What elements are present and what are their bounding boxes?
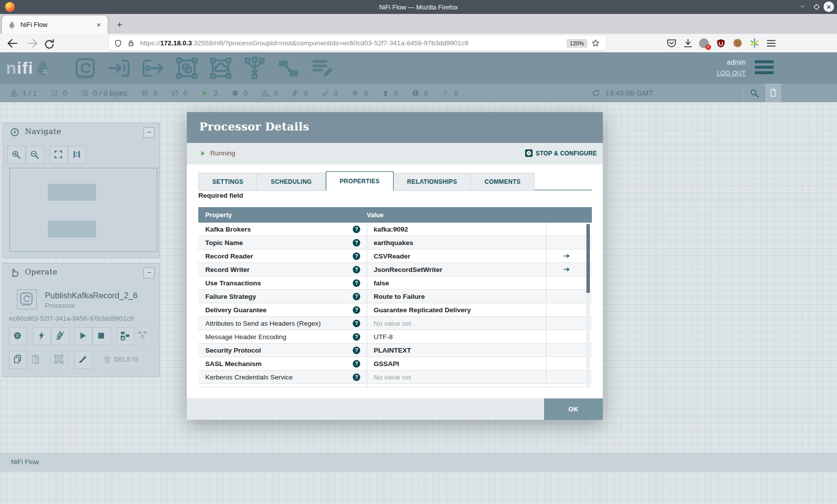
breadcrumb[interactable]: NiFi Flow	[11, 458, 39, 466]
upload-template-button[interactable]	[134, 327, 152, 345]
stop-and-configure-button[interactable]: STOP & CONFIGURE	[525, 149, 597, 157]
zoom-fit-button[interactable]	[50, 146, 68, 164]
output-port-tool-icon[interactable]	[141, 57, 164, 80]
tab-scheduling[interactable]: SCHEDULING	[257, 173, 325, 191]
group-button[interactable]	[50, 351, 68, 369]
browser-menu-icon[interactable]	[766, 38, 777, 49]
property-value[interactable]: false	[367, 276, 546, 289]
logout-link[interactable]: LOG OUT	[688, 70, 746, 77]
template-tool-icon[interactable]	[277, 57, 300, 80]
property-value[interactable]: Route to Failure	[367, 290, 546, 303]
window-maximize-icon[interactable]	[813, 3, 820, 10]
zoom-out-button[interactable]	[26, 146, 44, 164]
property-row[interactable]: Failure Strategy?Route to Failure	[198, 290, 592, 303]
property-value[interactable]: earthquakes	[367, 236, 546, 249]
new-tab-button[interactable]: +	[114, 19, 126, 31]
table-scrollbar[interactable]	[586, 223, 590, 387]
forward-button[interactable]	[26, 37, 39, 50]
help-icon[interactable]: ?	[353, 333, 360, 341]
window-minimize-icon[interactable]	[799, 4, 806, 9]
help-icon[interactable]: ?	[353, 239, 360, 247]
property-value[interactable]: No value set	[367, 371, 546, 383]
help-icon[interactable]: ?	[353, 360, 360, 368]
help-icon[interactable]: ?	[353, 279, 360, 287]
zoom-in-button[interactable]	[7, 146, 25, 164]
save-template-button[interactable]	[117, 327, 135, 345]
back-button[interactable]	[6, 37, 19, 50]
url-text[interactable]: https://172.18.0.3:32558/nifi/?processGr…	[140, 39, 566, 47]
property-row[interactable]: Message Header Encoding?UTF-8	[198, 330, 592, 344]
property-row[interactable]: Kerberos Service Name?No value set	[198, 384, 592, 387]
process-group-tool-icon[interactable]	[175, 57, 198, 80]
refresh-icon[interactable]	[592, 89, 600, 97]
help-icon[interactable]: ?	[353, 320, 360, 327]
help-icon[interactable]: ?	[353, 347, 360, 354]
property-row[interactable]: Security Protocol?PLAINTEXT	[198, 344, 592, 357]
tab-relationships[interactable]: RELATIONSHIPS	[394, 173, 471, 191]
lock-warning-icon[interactable]	[127, 39, 135, 47]
ok-button[interactable]: OK	[544, 398, 603, 420]
bookmark-star-icon[interactable]	[591, 39, 600, 47]
zoom-level-badge[interactable]: 120%	[566, 39, 587, 48]
extension-asterisk-icon[interactable]	[749, 38, 760, 48]
tab-comments[interactable]: COMMENTS	[471, 173, 534, 191]
reload-button[interactable]	[42, 37, 57, 52]
label-tool-icon[interactable]	[311, 57, 334, 80]
property-row[interactable]: Kafka Brokers?kafka:9092	[198, 223, 592, 236]
help-icon[interactable]: ?	[353, 374, 360, 381]
zoom-actual-button[interactable]	[68, 146, 86, 164]
scrollbar-thumb[interactable]	[586, 224, 590, 293]
window-close-icon[interactable]: ×	[824, 1, 834, 12]
cookie-extension-icon[interactable]	[732, 38, 743, 48]
processor-tool-icon[interactable]	[74, 57, 97, 80]
collapse-operate-icon[interactable]: −	[143, 267, 154, 278]
disable-button[interactable]	[51, 327, 69, 345]
property-row[interactable]: Record Writer?JsonRecordSetWriter	[198, 263, 592, 276]
property-row[interactable]: Delivery Guarantee?Guarantee Replicated …	[198, 303, 592, 317]
delete-button[interactable]: DELETE	[99, 351, 142, 369]
enable-button[interactable]	[33, 327, 51, 345]
copy-button[interactable]	[9, 351, 27, 369]
tracking-shield-icon[interactable]	[114, 39, 122, 47]
help-icon[interactable]: ?	[353, 252, 360, 260]
remote-process-group-tool-icon[interactable]	[209, 57, 232, 80]
property-value[interactable]: No value set	[367, 317, 546, 330]
property-value[interactable]: GSSAPI	[367, 357, 546, 370]
property-value[interactable]: CSVReader	[367, 250, 546, 262]
funnel-tool-icon[interactable]	[243, 57, 266, 80]
go-to-service-icon[interactable]	[561, 252, 571, 259]
help-icon[interactable]: ?	[353, 266, 360, 273]
start-button[interactable]	[74, 327, 92, 345]
property-row[interactable]: SASL Mechanism?GSSAPI	[198, 357, 592, 371]
property-value[interactable]: UTF-8	[367, 330, 546, 343]
search-icon[interactable]	[749, 88, 759, 98]
paste-button[interactable]	[27, 351, 45, 369]
global-menu-icon[interactable]	[755, 60, 774, 74]
configure-button[interactable]	[9, 327, 27, 345]
collapse-navigate-icon[interactable]: −	[143, 127, 154, 138]
birdseye-minimap[interactable]	[9, 168, 157, 252]
ublock-extension-icon[interactable]	[716, 38, 726, 48]
birdseye-toggle-button[interactable]	[765, 84, 781, 102]
property-row[interactable]: Kerberos Credentials Service?No value se…	[198, 371, 592, 384]
property-row[interactable]: Topic Name?earthquakes	[198, 236, 592, 250]
property-row[interactable]: Record Reader?CSVReader	[198, 250, 592, 263]
tab-settings[interactable]: SETTINGS	[198, 173, 257, 191]
help-icon[interactable]: ?	[353, 387, 360, 388]
property-value[interactable]: JsonRecordSetWriter	[367, 263, 546, 276]
property-row[interactable]: Use Transactions?false	[198, 276, 592, 290]
help-icon[interactable]: ?	[353, 306, 360, 314]
property-value[interactable]: PLAINTEXT	[367, 344, 546, 357]
browser-tab[interactable]: NiFi Flow ×	[2, 15, 108, 34]
property-value[interactable]: No value set	[367, 384, 546, 387]
input-port-tool-icon[interactable]	[108, 57, 131, 80]
property-row[interactable]: Attributes to Send as Headers (Regex)?No…	[198, 317, 592, 330]
pocket-icon[interactable]	[666, 38, 677, 49]
help-icon[interactable]: ?	[353, 226, 360, 233]
tab-close-icon[interactable]: ×	[94, 20, 104, 30]
download-icon[interactable]	[683, 38, 694, 49]
stop-button[interactable]	[93, 327, 111, 345]
extension-mask-icon[interactable]	[699, 38, 709, 48]
property-value[interactable]: Guarantee Replicated Delivery	[367, 303, 546, 316]
go-to-service-icon[interactable]	[561, 266, 571, 273]
